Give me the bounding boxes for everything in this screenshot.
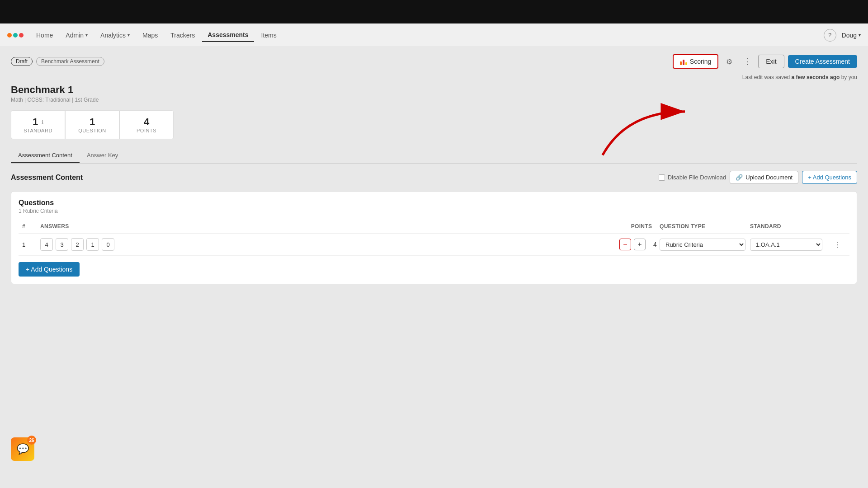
decrement-points-button[interactable]: − xyxy=(619,239,631,250)
page-title: Benchmark 1 xyxy=(11,84,857,96)
benchmark-badge: Benchmark Assessment xyxy=(36,57,104,66)
col-hash-header: # xyxy=(22,223,40,230)
row-standard[interactable]: 1.OA.A.1 xyxy=(750,239,831,251)
disable-download-checkbox[interactable] xyxy=(659,174,665,181)
row-points-controls: − + xyxy=(614,239,651,250)
nav-maps[interactable]: Maps xyxy=(137,29,163,42)
answer-chip-3: 3 xyxy=(56,238,68,251)
navbar: Home Admin ▾ Analytics ▾ Maps Trackers A… xyxy=(0,23,868,47)
link-icon: 🔗 xyxy=(736,174,743,181)
points-value: 4 xyxy=(651,241,660,248)
add-questions-bottom-button[interactable]: + Add Questions xyxy=(19,262,80,277)
row-question-type[interactable]: Rubric Criteria xyxy=(660,239,750,251)
page-subtitle: Math | CCSS: Traditional | 1st Grade xyxy=(11,97,857,103)
tab-answer-key[interactable]: Answer Key xyxy=(80,148,125,163)
row-more-button[interactable]: ⋮ xyxy=(831,238,844,251)
scoring-bar-icon xyxy=(680,58,687,65)
table-header: # Answers Points Question type Standard xyxy=(19,220,849,234)
standard-select[interactable]: 1.OA.A.1 xyxy=(750,239,822,251)
answer-chip-0: 0 xyxy=(102,238,114,251)
row-answers: 4 3 2 1 0 xyxy=(40,238,614,251)
chatbot-widget[interactable]: 💬 26 xyxy=(11,437,34,461)
tabs-row: Assessment Content Answer Key xyxy=(11,148,857,164)
questions-subtitle: 1 Rubric Criteria xyxy=(19,208,849,214)
logo-dot-orange xyxy=(7,33,12,38)
stats-row: 1 ℹ STANDARD 1 QUESTION 4 POINTS xyxy=(11,110,857,139)
logo-dot-red xyxy=(19,33,24,38)
table-row: 1 4 3 2 1 0 − + 4 xyxy=(19,234,849,256)
nav-home[interactable]: Home xyxy=(31,29,58,42)
questions-title: Questions xyxy=(19,199,849,207)
answer-chip-4: 4 xyxy=(40,238,53,251)
user-menu[interactable]: Doug ▾ xyxy=(842,32,861,39)
col-qtype-header: Question type xyxy=(660,223,750,230)
settings-button[interactable]: ⚙ xyxy=(722,54,736,69)
more-options-button[interactable]: ⋮ xyxy=(740,54,755,69)
answer-chip-2: 2 xyxy=(71,238,84,251)
stat-question: 1 QUESTION xyxy=(65,110,119,139)
toolbar-actions: Scoring ⚙ ⋮ Exit Create Assessment xyxy=(673,54,857,69)
analytics-chevron-icon: ▾ xyxy=(127,33,130,38)
nav-right: ? Doug ▾ xyxy=(824,29,861,42)
questions-card: Questions 1 Rubric Criteria # Answers Po… xyxy=(11,191,857,284)
app-logo[interactable] xyxy=(7,33,24,38)
nav-assessments[interactable]: Assessments xyxy=(202,28,254,42)
user-chevron-icon: ▾ xyxy=(859,33,861,38)
admin-chevron-icon: ▾ xyxy=(85,33,88,38)
nav-analytics[interactable]: Analytics ▾ xyxy=(95,29,135,42)
top-black-bar xyxy=(0,0,868,23)
info-icon[interactable]: ℹ xyxy=(42,119,43,125)
col-points-header: Points xyxy=(623,223,660,230)
col-standard-header: Standard xyxy=(750,223,831,230)
logo-dots xyxy=(7,33,24,38)
add-questions-top-button[interactable]: + Add Questions xyxy=(802,171,857,184)
row-number: 1 xyxy=(22,241,40,248)
col-answers-header: Answers xyxy=(40,223,623,230)
disable-file-download-label[interactable]: Disable File Download xyxy=(659,174,726,181)
section-header: Assessment Content Disable File Download… xyxy=(11,171,857,184)
last-edit-info: Last edit was saved a few seconds ago by… xyxy=(11,74,857,80)
stat-standard: 1 ℹ STANDARD xyxy=(11,110,65,139)
stat-points: 4 POINTS xyxy=(119,110,174,139)
upload-document-button[interactable]: 🔗 Upload Document xyxy=(730,171,798,184)
question-type-select[interactable]: Rubric Criteria xyxy=(660,239,745,251)
assessment-content-title: Assessment Content xyxy=(11,174,83,182)
nav-trackers[interactable]: Trackers xyxy=(165,29,200,42)
page-title-area: Benchmark 1 Math | CCSS: Traditional | 1… xyxy=(11,84,857,103)
increment-points-button[interactable]: + xyxy=(634,239,646,250)
nav-admin[interactable]: Admin ▾ xyxy=(60,29,93,42)
section-actions: Disable File Download 🔗 Upload Document … xyxy=(659,171,857,184)
badges-row: Draft Benchmark Assessment xyxy=(11,57,104,66)
content-area: Draft Benchmark Assessment Scoring ⚙ ⋮ E… xyxy=(0,47,868,488)
logo-dot-teal xyxy=(13,33,18,38)
tab-assessment-content[interactable]: Assessment Content xyxy=(11,148,80,163)
exit-button[interactable]: Exit xyxy=(758,55,784,68)
answer-chip-1: 1 xyxy=(86,238,99,251)
scoring-button[interactable]: Scoring xyxy=(673,54,718,69)
nav-items[interactable]: Items xyxy=(256,29,282,42)
chatbot-badge: 26 xyxy=(27,436,36,445)
help-icon[interactable]: ? xyxy=(824,29,836,42)
row-more-actions[interactable]: ⋮ xyxy=(831,238,846,251)
answer-chips: 4 3 2 1 0 xyxy=(40,238,614,251)
create-assessment-button[interactable]: Create Assessment xyxy=(788,55,857,68)
draft-badge: Draft xyxy=(11,57,33,66)
toolbar-row: Draft Benchmark Assessment Scoring ⚙ ⋮ E… xyxy=(11,54,857,69)
